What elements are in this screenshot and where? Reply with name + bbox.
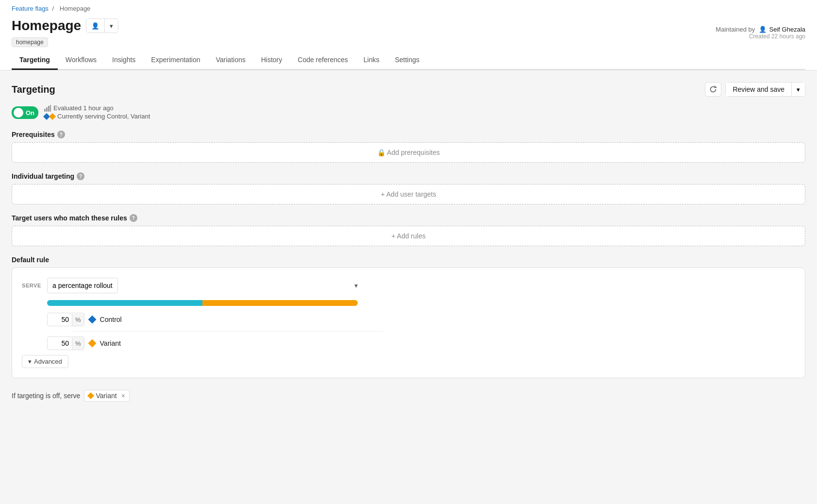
people-icon: 👤 — [91, 22, 100, 30]
add-user-targets-label: + Add user targets — [381, 190, 436, 198]
control-name: Control — [100, 316, 122, 323]
footer-prefix: If targeting is off, serve — [12, 392, 80, 400]
tab-insights[interactable]: Insights — [104, 51, 143, 70]
header-action-group: 👤 ▾ — [86, 18, 118, 33]
variant-diamond — [49, 113, 56, 119]
page-title: Homepage — [12, 18, 81, 34]
chevron-down-icon: ▾ — [110, 22, 113, 30]
control-pct-input[interactable]: % — [47, 313, 84, 326]
serving-diamonds — [44, 114, 55, 119]
rules-section: Target users who match these rules ? + A… — [12, 214, 805, 246]
tab-links[interactable]: Links — [356, 51, 387, 70]
progress-bar-container — [47, 300, 358, 306]
svg-rect-0 — [44, 109, 46, 112]
breadcrumb-current: Homepage — [60, 5, 91, 12]
add-prerequisites-label: Add prerequisites — [387, 149, 440, 156]
tab-variations[interactable]: Variations — [208, 51, 253, 70]
svg-rect-3 — [50, 105, 51, 112]
progress-bar-yellow — [202, 300, 358, 306]
control-variation-row: % Control — [47, 313, 795, 326]
individual-targeting-help-icon[interactable]: ? — [77, 172, 84, 180]
add-rules-label: + Add rules — [391, 232, 425, 240]
default-rule-title: Default rule — [12, 256, 805, 264]
toggle-row: On Evaluated 1 hour ago Currently servin… — [12, 104, 805, 121]
serving-row: Currently serving Control, Variant — [44, 113, 150, 120]
variant-pct-sign: % — [72, 337, 84, 350]
feature-toggle[interactable]: On — [12, 106, 38, 119]
tab-targeting[interactable]: Targeting — [12, 51, 58, 70]
default-rule-section: Default rule SERVE a percentage rollout — [12, 256, 805, 378]
refresh-button[interactable] — [705, 82, 721, 97]
variant-pct-input[interactable]: % — [47, 336, 84, 350]
variation-divider — [72, 331, 383, 332]
review-save-button[interactable]: Review and save — [725, 82, 791, 97]
tabs-nav: Targeting Workflows Insights Experimenta… — [12, 51, 805, 70]
people-button[interactable]: 👤 — [86, 19, 104, 33]
advanced-button[interactable]: ▾ Advanced — [22, 355, 68, 368]
footer-variant-badge: Variant × — [84, 390, 130, 402]
individual-targeting-section: Individual targeting ? + Add user target… — [12, 172, 805, 204]
chevron-down-icon: ▾ — [797, 86, 800, 93]
maintained-by-line: Maintained by 👤 Seif Ghezala — [716, 26, 805, 33]
tag-text: homepage — [12, 37, 48, 47]
maintainer-name: Seif Ghezala — [769, 26, 805, 33]
add-user-targets-box[interactable]: + Add user targets — [12, 184, 805, 204]
serve-select-wrapper: a percentage rollout — [47, 278, 363, 293]
footer-variant-diamond — [87, 392, 94, 399]
breadcrumb-link[interactable]: Feature flags — [12, 5, 49, 12]
individual-targeting-title: Individual targeting ? — [12, 172, 805, 180]
serve-label: SERVE — [22, 283, 41, 288]
serving-text: Currently serving Control, Variant — [57, 113, 150, 120]
tab-workflows[interactable]: Workflows — [58, 51, 104, 70]
targeting-section-header: Targeting Review and save ▾ — [12, 82, 805, 97]
eval-row: Evaluated 1 hour ago — [44, 104, 150, 112]
page-header: Homepage 👤 ▾ homepage — [12, 14, 805, 49]
dropdown-button[interactable]: ▾ — [105, 19, 118, 33]
advanced-label: Advanced — [34, 358, 62, 365]
variant-pct-field[interactable] — [48, 337, 72, 350]
add-prerequisites-box[interactable]: 🔒 Add prerequisites — [12, 142, 805, 163]
review-save-group: Review and save ▾ — [725, 82, 805, 97]
section-actions: Review and save ▾ — [705, 82, 805, 97]
footer-badge-close-button[interactable]: × — [121, 392, 125, 400]
rules-title: Target users who match these rules ? — [12, 214, 805, 222]
serve-select[interactable]: a percentage rollout — [47, 278, 118, 293]
breadcrumb-separator: / — [52, 5, 54, 12]
progress-bar — [47, 300, 358, 306]
tab-settings[interactable]: Settings — [387, 51, 427, 70]
svg-rect-2 — [48, 106, 50, 112]
evaluated-text: Evaluated 1 hour ago — [53, 104, 114, 112]
refresh-icon — [709, 85, 717, 93]
lock-icon: 🔒 — [377, 149, 385, 156]
control-pct-field[interactable] — [48, 313, 72, 326]
tab-experimentation[interactable]: Experimentation — [143, 51, 208, 70]
breadcrumb: Feature flags / Homepage — [12, 0, 805, 14]
rules-help-icon[interactable]: ? — [130, 214, 137, 222]
variant-variation-row: % Variant — [47, 336, 795, 350]
default-rule-box: SERVE a percentage rollout % — [12, 268, 805, 378]
review-save-dropdown-button[interactable]: ▾ — [791, 82, 805, 97]
prerequisites-section: Prerequisites ? 🔒 Add prerequisites — [12, 131, 805, 163]
tab-code-references[interactable]: Code references — [290, 51, 356, 70]
page-title-area: Homepage 👤 ▾ homepage — [12, 18, 118, 47]
toggle-circle — [14, 108, 23, 118]
serve-row: SERVE a percentage rollout — [22, 278, 795, 293]
created-label: Created 22 hours ago — [716, 33, 805, 40]
tab-history[interactable]: History — [253, 51, 290, 70]
eval-info: Evaluated 1 hour ago Currently serving C… — [44, 104, 150, 121]
page-tag-badge: homepage — [12, 35, 118, 47]
chevron-down-icon: ▾ — [28, 358, 32, 365]
progress-bar-blue — [47, 300, 202, 306]
prerequisites-help-icon[interactable]: ? — [57, 131, 65, 138]
targeting-title: Targeting — [12, 84, 55, 95]
svg-rect-1 — [46, 107, 48, 112]
control-diamond-icon — [88, 316, 96, 324]
control-pct-sign: % — [72, 314, 84, 326]
variant-diamond-icon — [88, 339, 96, 348]
variant-name: Variant — [100, 339, 121, 347]
prerequisites-title: Prerequisites ? — [12, 131, 805, 138]
signal-icon — [44, 105, 51, 112]
add-rules-box[interactable]: + Add rules — [12, 226, 805, 246]
main-content: Targeting Review and save ▾ On — [0, 70, 817, 497]
maintained-by-area: Maintained by 👤 Seif Ghezala Created 22 … — [716, 26, 805, 40]
